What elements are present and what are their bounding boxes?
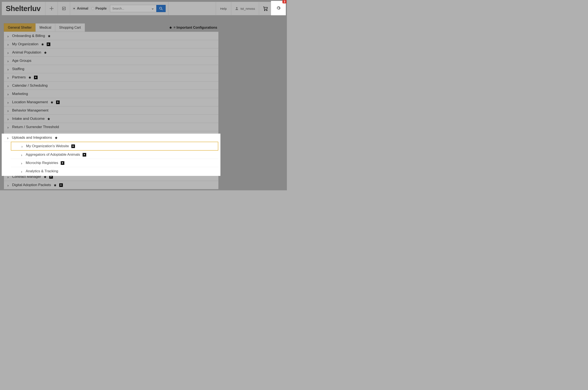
tab-label: Shopping Cart xyxy=(59,26,81,29)
checklist-icon xyxy=(62,6,66,10)
accordion-row-calendar-scheduling[interactable]: Calendar / Scheduling xyxy=(4,82,218,90)
chevron-right-icon xyxy=(21,170,23,172)
accordion-row-behavior-management[interactable]: Behavior Management xyxy=(4,106,218,115)
row-label: Marketing xyxy=(12,92,28,96)
row-label: Animal Population xyxy=(12,50,41,54)
video-icon[interactable] xyxy=(34,76,38,79)
svg-point-3 xyxy=(266,10,267,11)
row-label: Calendar / Scheduling xyxy=(12,84,47,88)
star-icon xyxy=(53,184,57,187)
chevron-right-icon xyxy=(7,76,9,79)
accordion-row-digital-adoption-packets[interactable]: Digital Adoption Packets xyxy=(4,181,218,189)
row-label: Microchip Registries xyxy=(26,161,58,165)
chevron-right-icon xyxy=(7,35,9,37)
search-input[interactable] xyxy=(110,5,156,12)
accordion-row-location-management[interactable]: Location Management xyxy=(4,98,218,106)
help-label: Help xyxy=(220,7,227,10)
video-icon[interactable] xyxy=(61,161,64,165)
help-link[interactable]: Help xyxy=(216,2,231,15)
chevron-right-icon xyxy=(21,162,23,164)
chevron-right-icon xyxy=(7,68,9,70)
accordion-row-return-surrender-threshold[interactable]: Return / Surrender Threshold xyxy=(4,123,218,131)
star-icon xyxy=(47,117,50,120)
search-type-radio: Animal People xyxy=(73,6,107,10)
video-icon[interactable] xyxy=(83,153,86,156)
legend: = Important Configurations xyxy=(169,26,217,30)
uploads-child-microchip-registries[interactable]: Microchip Registries xyxy=(11,159,218,167)
radio-people[interactable]: People xyxy=(91,6,107,10)
accordion-row-animal-population[interactable]: Animal Population xyxy=(4,49,218,57)
chevron-right-icon xyxy=(7,84,9,87)
chevron-right-icon xyxy=(7,117,9,120)
chevron-right-icon xyxy=(7,101,9,103)
star-icon xyxy=(169,26,172,29)
chevron-right-icon xyxy=(7,93,9,95)
plus-icon xyxy=(50,6,53,10)
top-bar: Shelterluv Animal People xyxy=(2,2,285,15)
tab-shopping-cart[interactable]: Shopping Cart xyxy=(55,23,85,32)
video-icon[interactable] xyxy=(47,43,50,46)
tab-general-shelter[interactable]: General Shelter xyxy=(4,23,36,32)
cart-button[interactable] xyxy=(259,2,272,15)
row-label: Behavior Management xyxy=(12,108,48,113)
video-icon[interactable] xyxy=(71,145,75,148)
tabs: General Shelter Medical Shopping Cart xyxy=(4,23,85,32)
add-button[interactable] xyxy=(45,2,58,15)
row-label: Analytics & Tracking xyxy=(26,169,58,173)
chevron-right-icon xyxy=(7,59,9,62)
radio-animal[interactable]: Animal xyxy=(73,6,88,10)
svg-point-1 xyxy=(236,7,237,8)
username-label: tst_nmoss xyxy=(241,7,255,10)
tab-label: Medical xyxy=(40,26,51,29)
gear-badge: 3 xyxy=(282,0,286,3)
radio-dot-icon xyxy=(91,7,94,10)
row-label: Digital Adoption Packets xyxy=(12,183,51,187)
legend-text: = Important Configurations xyxy=(174,26,217,30)
accordion-row-my-organization[interactable]: My Organization xyxy=(4,40,218,49)
settings-button[interactable]: 3 xyxy=(271,1,286,15)
radio-dot-icon xyxy=(73,7,76,10)
user-menu[interactable]: tst_nmoss xyxy=(231,2,259,15)
row-label: Uploads and Integrations xyxy=(12,136,52,140)
chevron-right-icon xyxy=(7,136,9,139)
app-logo[interactable]: Shelterluv xyxy=(6,4,41,13)
tasks-button[interactable] xyxy=(58,2,70,15)
row-label: Onboarding & Billing xyxy=(12,34,45,38)
chevron-right-icon xyxy=(21,153,23,156)
row-label: My Organization xyxy=(12,42,39,46)
star-icon xyxy=(28,76,31,79)
accordion-row-intake-and-outcome[interactable]: Intake and Outcome xyxy=(4,115,218,123)
accordion-row-age-groups[interactable]: Age Groups xyxy=(4,57,218,65)
star-icon xyxy=(55,136,58,139)
chevron-right-icon xyxy=(21,145,24,147)
uploads-child-analytics-tracking[interactable]: Analytics & Tracking xyxy=(11,167,218,175)
chevron-right-icon xyxy=(7,43,9,46)
chevron-right-icon xyxy=(7,184,9,186)
search-button[interactable] xyxy=(156,5,166,12)
accordion-row-uploads[interactable]: Uploads and Integrations xyxy=(4,134,218,142)
row-label: Aggregators of Adoptable Animals xyxy=(26,152,80,157)
star-icon xyxy=(41,43,44,46)
tab-medical[interactable]: Medical xyxy=(36,23,55,32)
user-icon xyxy=(235,7,238,10)
accordion-row-marketing[interactable]: Marketing xyxy=(4,90,218,98)
topbar-spacer xyxy=(168,2,216,15)
svg-point-2 xyxy=(264,10,265,11)
video-icon[interactable] xyxy=(56,100,60,104)
star-icon xyxy=(44,51,47,54)
accordion-row-staffing[interactable]: Staffing xyxy=(4,65,218,73)
accordion-row-partners[interactable]: Partners xyxy=(4,73,218,82)
uploads-child-my-organization-s-website[interactable]: My Organization's Website xyxy=(11,142,218,151)
logo-cell: Shelterluv xyxy=(2,2,45,15)
row-label: Location Management xyxy=(12,100,48,104)
video-icon[interactable] xyxy=(59,183,63,187)
star-icon xyxy=(47,34,51,38)
row-label: My Organization's Website xyxy=(26,144,69,148)
gear-icon xyxy=(276,6,281,10)
radio-animal-label: Animal xyxy=(77,6,88,10)
accordion-row-onboarding-billing[interactable]: Onboarding & Billing xyxy=(4,32,218,40)
star-icon xyxy=(50,101,53,104)
uploads-child-aggregators-of-adoptable-animals[interactable]: Aggregators of Adoptable Animals xyxy=(11,151,218,159)
row-label: Partners xyxy=(12,75,26,79)
chevron-right-icon xyxy=(7,126,9,128)
